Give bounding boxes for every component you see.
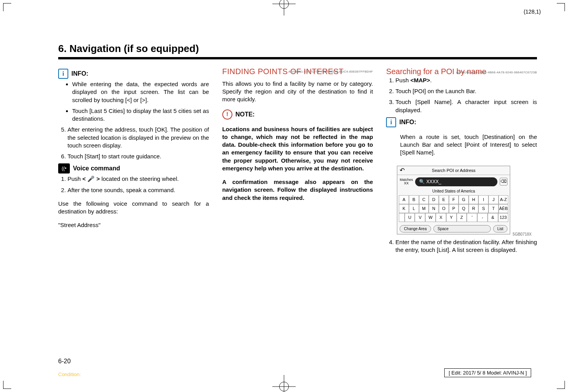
poi-step-2: Touch [POI] on the Launch Bar. [395,87,537,95]
registration-mark-bottom [272,375,296,392]
vc-step-1: Push < 🎤 > located on the steering wheel… [68,175,209,183]
key: A-Z [499,195,509,204]
chapter-title: 6. Navigation (if so equipped) [58,43,537,55]
ss-foot-row: Change Area Space List [397,224,510,234]
ss-title: Search POI or Address [432,168,476,173]
talk-close: > [96,175,100,182]
info-body-2: When a route is set, touch [Destination]… [400,133,537,157]
vc-tail-1: Use the following voice command to searc… [58,200,209,216]
info-bullets: While entering the data, the expected wo… [72,80,209,123]
voice-command-callout: ((• Voice command [58,163,209,173]
caution-icon: ! [222,109,232,120]
key: W [425,213,436,222]
signature-number: (128,1) [524,9,541,15]
keyboard-row-1: ABCDEFGHIJA-Z [399,195,508,204]
key: H [469,195,479,204]
key: M [419,204,429,213]
info-callout-2: i INFO: [386,117,537,127]
key: - [477,213,488,222]
key: S [478,204,488,213]
poi-steps-cont: Enter the name of the destination facili… [388,238,537,254]
map-button-ref: <MAP> [410,77,430,83]
key: N [429,204,439,213]
key-blank [399,213,404,222]
text: Push [68,175,82,182]
key: V [415,213,425,222]
voice-steps: Push < 🎤 > located on the steering wheel… [60,175,209,194]
key: ÀÊB [499,204,509,213]
note-paragraph-2: A confirmation message also appears on t… [222,178,373,202]
key: X [436,213,446,222]
talk-open: < [82,175,86,182]
key: Q [459,204,469,213]
numbered-steps: After entering the address, touch [OK]. … [60,126,209,160]
keyboard-row-3: UVWXYZ'-&123 [399,213,508,222]
heading-rule [58,57,537,59]
voice-command-label: Voice command [73,164,120,173]
poi-step-1: Push <MAP>. [395,76,537,84]
page: (128,1) 6. Navigation (if so equipped) i… [0,0,568,392]
key: D [429,195,439,204]
note-label: NOTE: [236,110,255,119]
crop-mark [557,3,565,11]
crop-mark [3,3,11,11]
ss-search-row: Matches XX 🔍 XXXX_ ⌫ [397,175,510,188]
clear-icon: ⌫ [500,178,507,186]
key: E [439,195,449,204]
column-3: Searching for a POI by name AIVINJN1-426… [386,66,537,257]
keyboard-screenshot: ↶ Search POI or Address Matches XX 🔍 XXX… [397,166,510,235]
key: G [459,195,469,204]
key: T [488,204,499,213]
image-id: 5GB0718X [513,232,532,237]
region-label: United States of America [397,189,510,196]
space-button: Space [433,225,491,233]
keyboard-row-2: KLMNOPQRSTÀÊB [399,204,508,213]
key: U [405,213,415,222]
poi-intro: This allows you to find a facility by na… [222,80,373,104]
key: O [439,204,449,213]
note-callout: ! NOTE: [222,109,373,120]
columns: i INFO: While entering the data, the exp… [58,66,537,257]
poi-steps: Push <MAP>. Touch [POI] on the Launch Ba… [388,76,537,114]
step-6: Touch [Start] to start route guidance. [68,153,209,160]
key: A [399,195,409,204]
vc-tail-2: "Street Address" [58,221,209,229]
voice-icon: ((• [58,163,70,173]
bullet-item: While entering the data, the expected wo… [72,80,209,104]
key: 123 [498,213,509,222]
key: F [449,195,459,204]
key: Y [446,213,457,222]
key: J [488,195,499,204]
crop-mark [557,381,565,389]
poi-step-4: Enter the name of the destination facili… [395,238,537,254]
condition-label: Condition: [58,371,81,377]
key: K [399,204,409,213]
key: L [409,204,419,213]
step-5: After entering the address, touch [OK]. … [68,126,209,149]
key: B [409,195,419,204]
info-label: INFO: [71,69,88,78]
poi-step-3: Touch [Spell Name]. A character input sc… [395,98,537,114]
key: C [419,195,429,204]
back-icon: ↶ [400,166,405,175]
key: Z [457,213,467,222]
text: Push [395,77,410,83]
key: & [488,213,498,222]
note-paragraph-1: Locations and business hours of faciliti… [222,125,373,173]
vc-step-2: After the tone sounds, speak a command. [68,186,209,194]
crop-mark [3,381,11,389]
text: . [430,77,432,83]
matches-count: Matches XX [400,178,413,185]
text: located on the steering wheel. [100,175,178,182]
search-field: 🔍 XXXX_ [415,177,497,186]
bullet-item: Touch [Last 5 Cities] to display the las… [72,107,209,123]
key: ' [467,213,477,222]
talk-glyph: 🎤 [86,175,96,182]
info-icon: i [386,117,396,127]
column-2: FINDING POINTS OF INTEREST AIVINJN1-E537… [222,66,373,257]
list-button: List [493,225,508,233]
info-callout: i INFO: [58,69,209,79]
change-area-button: Change Area [400,225,431,233]
registration-mark-top [272,0,296,17]
matches-value: XX [400,182,413,185]
